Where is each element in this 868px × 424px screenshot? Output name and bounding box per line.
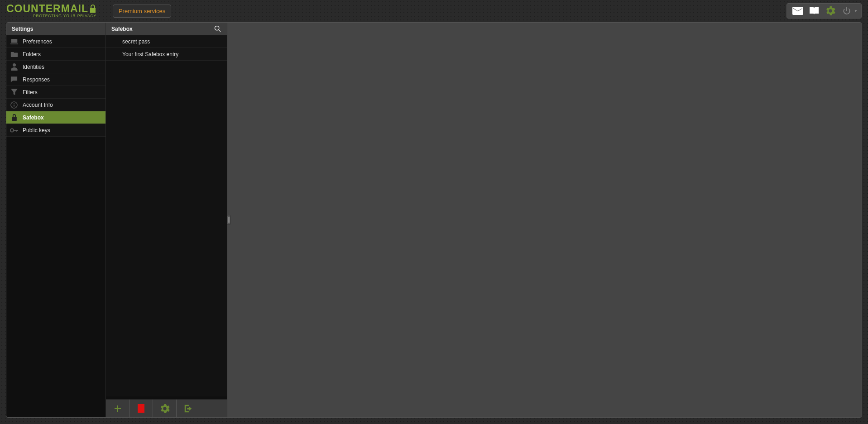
top-toolbar: ▼ [786,3,862,19]
safebox-title: Safebox [111,26,133,32]
key-icon [10,126,18,134]
svg-rect-2 [14,103,14,104]
sidebar-item-label: Filters [23,89,38,95]
top-bar: COUNTERMAIL PROTECTING YOUR PRIVACY Prem… [1,1,867,21]
safebox-toolbar [106,399,227,417]
chat-icon [10,76,18,84]
safebox-entry-label: secret pass [122,38,150,45]
sidebar-item-folders[interactable]: Folders [6,48,106,61]
svg-point-7 [215,26,219,30]
delete-icon [138,404,144,413]
premium-services-button[interactable]: Premium services [113,5,171,18]
svg-point-3 [10,129,14,132]
filter-icon [10,88,18,96]
sidebar-item-safebox[interactable]: Safebox [6,111,106,124]
sidebar-item-filters[interactable]: Filters [6,86,106,99]
main-panel: Settings Preferences Folders [6,22,862,418]
sidebar-item-responses[interactable]: Responses [6,73,106,86]
svg-rect-6 [17,130,18,131]
svg-line-8 [218,30,220,32]
add-button[interactable] [106,400,129,418]
sidebar-item-label: Account Info [23,102,53,108]
drag-handle[interactable] [227,215,230,225]
info-icon [10,101,18,109]
chevron-down-icon[interactable]: ▼ [854,9,858,13]
svg-rect-5 [16,130,17,132]
safebox-column: Safebox secret pass Your first Safebox e… [106,23,227,417]
logo-subtitle: PROTECTING YOUR PRIVACY [6,14,96,18]
sidebar-item-label: Identities [23,64,44,70]
folder-icon [10,50,18,58]
delete-button[interactable] [129,400,153,418]
laptop-icon [10,38,18,46]
content-area [227,23,862,417]
sidebar-item-label: Responses [23,76,50,83]
safebox-list: secret pass Your first Safebox entry [106,35,227,396]
safebox-entry[interactable]: Your first Safebox entry [106,48,227,61]
export-button[interactable] [177,400,200,418]
settings-sidebar: Settings Preferences Folders [6,23,106,417]
mail-icon[interactable] [791,5,805,17]
sidebar-item-label: Preferences [23,38,52,45]
settings-icon[interactable] [823,5,838,17]
sidebar-item-account-info[interactable]: Account Info [6,99,106,111]
sidebar-item-public-keys[interactable]: Public keys [6,124,106,137]
lock-icon [10,114,18,122]
sidebar-item-preferences[interactable]: Preferences [6,35,106,48]
svg-rect-4 [13,130,18,131]
search-icon[interactable] [213,25,221,33]
logo-text: COUNTERMAIL [6,5,88,13]
logo[interactable]: COUNTERMAIL PROTECTING YOUR PRIVACY [6,5,96,18]
svg-rect-1 [14,105,14,106]
safebox-entry[interactable]: secret pass [106,35,227,48]
sidebar-item-label: Safebox [23,114,44,121]
sidebar-title: Settings [6,23,106,35]
person-icon [10,63,18,71]
sidebar-item-label: Public keys [23,127,50,133]
sidebar-item-identities[interactable]: Identities [6,61,106,73]
book-icon[interactable] [807,5,821,17]
settings-button[interactable] [153,400,177,418]
lock-icon [89,5,96,14]
safebox-entry-label: Your first Safebox entry [122,51,178,57]
sidebar-items: Preferences Folders Identities [6,35,106,417]
power-icon[interactable] [839,5,854,17]
sidebar-item-label: Folders [23,51,41,57]
